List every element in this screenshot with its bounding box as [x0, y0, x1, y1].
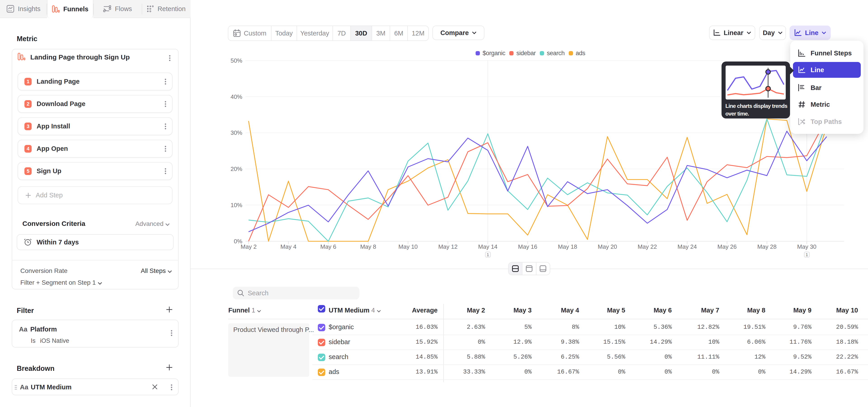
svg-text:May 8: May 8 — [360, 243, 376, 250]
svg-text:May 20: May 20 — [598, 243, 617, 250]
svg-text:50%: 50% — [230, 57, 242, 64]
svg-text:May 18: May 18 — [558, 243, 577, 250]
svg-text:May 2: May 2 — [241, 243, 257, 250]
svg-text:May 28: May 28 — [757, 243, 776, 250]
svg-text:May 6: May 6 — [320, 243, 336, 250]
svg-text:May 22: May 22 — [638, 243, 657, 250]
svg-text:30%: 30% — [230, 129, 242, 136]
svg-text:May 24: May 24 — [677, 243, 697, 250]
svg-text:10%: 10% — [230, 202, 242, 209]
svg-text:May 14: May 14 — [478, 243, 497, 250]
svg-text:May 10: May 10 — [399, 243, 418, 250]
svg-text:May 16: May 16 — [518, 243, 537, 250]
svg-text:May 26: May 26 — [717, 243, 737, 250]
svg-text:40%: 40% — [230, 93, 242, 100]
svg-text:1: 1 — [806, 252, 808, 257]
svg-text:May 30: May 30 — [797, 243, 816, 250]
svg-text:May 12: May 12 — [438, 243, 458, 250]
svg-text:May 4: May 4 — [281, 243, 297, 250]
svg-text:20%: 20% — [230, 165, 242, 172]
svg-text:1: 1 — [487, 252, 489, 257]
